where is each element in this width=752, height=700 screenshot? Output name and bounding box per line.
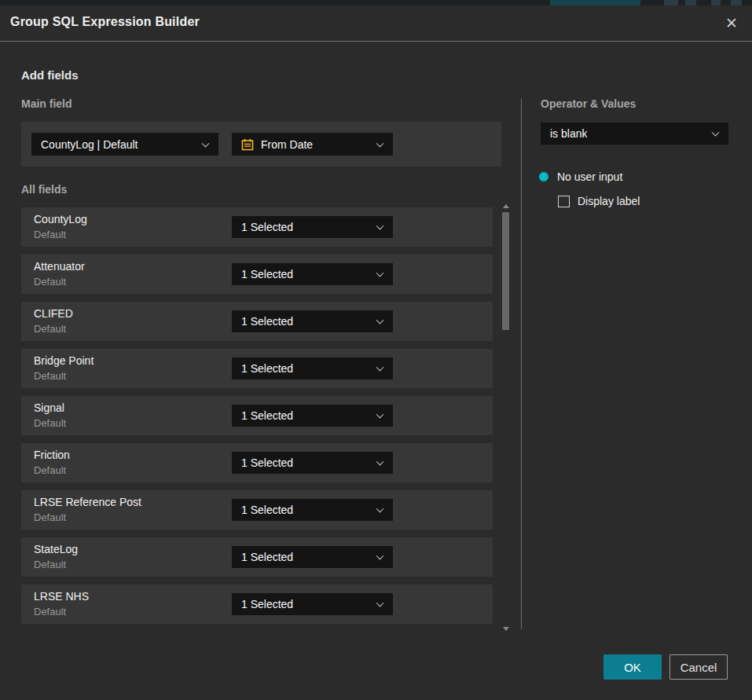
field-selection-value: 1 Selected xyxy=(241,598,293,610)
chevron-down-icon xyxy=(376,222,384,230)
field-name: Signal xyxy=(34,401,64,414)
checkbox-unchecked-icon[interactable] xyxy=(558,196,570,207)
list-scrollbar[interactable] xyxy=(501,203,512,632)
field-row-clifed[interactable]: CLIFED Default 1 Selected xyxy=(21,302,493,341)
all-fields-label: All fields xyxy=(21,183,67,196)
background-fragment xyxy=(664,0,678,5)
field-name: LRSE NHS xyxy=(34,590,89,603)
background-fragment xyxy=(685,0,696,5)
field-selection-value: 1 Selected xyxy=(241,456,293,469)
chevron-down-icon xyxy=(376,139,384,147)
field-sublabel: Default xyxy=(34,229,66,240)
field-selection-value: 1 Selected xyxy=(241,362,293,375)
radio-dot xyxy=(541,174,546,180)
field-selection-dropdown[interactable]: 1 Selected xyxy=(232,310,393,332)
display-label-checkbox-row[interactable]: Display label xyxy=(558,195,640,207)
field-row-signal[interactable]: Signal Default 1 Selected xyxy=(21,396,493,435)
field-selection-dropdown[interactable]: 1 Selected xyxy=(232,216,393,238)
field-row-lrse-reference-post[interactable]: LRSE Reference Post Default 1 Selected xyxy=(21,490,493,530)
group-sql-expression-builder-dialog: Group SQL Expression Builder ✕ Add field… xyxy=(0,0,752,700)
chevron-down-icon xyxy=(712,129,720,137)
main-field-field-select[interactable]: From Date xyxy=(232,133,393,156)
dialog-title: Group SQL Expression Builder xyxy=(10,15,200,29)
field-row-countylog[interactable]: CountyLog Default 1 Selected xyxy=(21,207,493,247)
operator-values-label: Operator & Values xyxy=(541,97,636,110)
close-icon[interactable]: ✕ xyxy=(721,13,742,34)
chevron-down-icon xyxy=(376,411,384,419)
radio-selected-icon xyxy=(539,172,548,181)
chevron-down-icon xyxy=(202,139,210,147)
field-selection-dropdown[interactable]: 1 Selected xyxy=(232,452,393,474)
field-sublabel: Default xyxy=(34,464,66,476)
cancel-button[interactable]: Cancel xyxy=(669,654,728,680)
field-sublabel: Default xyxy=(34,559,66,570)
field-sublabel: Default xyxy=(34,417,66,429)
background-fragment xyxy=(711,0,721,5)
field-row-friction[interactable]: Friction Default 1 Selected xyxy=(21,443,493,482)
field-row-attenuator[interactable]: Attenuator Default 1 Selected xyxy=(21,255,493,294)
chevron-down-icon xyxy=(376,599,384,607)
operator-select[interactable]: is blank xyxy=(541,123,728,145)
background-app-strip xyxy=(0,0,752,5)
field-selection-dropdown[interactable]: 1 Selected xyxy=(232,357,393,379)
display-label-label: Display label xyxy=(578,195,640,207)
scrollbar-thumb[interactable] xyxy=(502,212,509,330)
field-sublabel: Default xyxy=(34,511,66,523)
field-sublabel: Default xyxy=(34,606,66,618)
ok-button[interactable]: OK xyxy=(603,654,662,680)
main-field-panel: CountyLog | Default From Date xyxy=(21,122,501,167)
field-selection-dropdown[interactable]: 1 Selected xyxy=(232,405,393,427)
column-divider xyxy=(521,98,522,629)
field-selection-value: 1 Selected xyxy=(241,268,293,280)
field-name: Friction xyxy=(34,449,70,461)
chevron-down-icon xyxy=(376,505,384,513)
field-selection-value: 1 Selected xyxy=(241,551,293,563)
field-name: CountyLog xyxy=(34,213,87,225)
main-field-layer-select[interactable]: CountyLog | Default xyxy=(31,133,218,156)
field-selection-value: 1 Selected xyxy=(241,315,293,328)
chevron-down-icon xyxy=(376,364,384,372)
background-fragment xyxy=(550,0,640,5)
field-selection-dropdown[interactable]: 1 Selected xyxy=(232,546,393,568)
operator-select-value: is blank xyxy=(550,127,587,140)
main-field-field-select-value: From Date xyxy=(261,138,313,151)
dialog-header: Group SQL Expression Builder ✕ xyxy=(0,5,752,42)
chevron-down-icon xyxy=(376,317,384,324)
field-sublabel: Default xyxy=(34,276,66,288)
field-row-statelog[interactable]: StateLog Default 1 Selected xyxy=(21,537,493,577)
add-fields-heading: Add fields xyxy=(21,68,79,82)
no-user-input-radio[interactable]: No user input xyxy=(539,170,622,183)
field-name: Bridge Point xyxy=(34,354,94,367)
no-user-input-label: No user input xyxy=(557,170,622,183)
field-name: LRSE Reference Post xyxy=(34,496,141,508)
chevron-down-icon xyxy=(376,552,384,560)
chevron-down-icon xyxy=(376,269,384,277)
field-sublabel: Default xyxy=(34,323,66,335)
field-selection-dropdown[interactable]: 1 Selected xyxy=(232,593,393,615)
field-sublabel: Default xyxy=(34,370,66,382)
field-name: Attenuator xyxy=(34,260,85,273)
field-name: CLIFED xyxy=(34,307,73,320)
field-selection-dropdown[interactable]: 1 Selected xyxy=(232,499,393,521)
all-fields-list: CountyLog Default 1 Selected Attenuator … xyxy=(21,207,493,632)
field-selection-dropdown[interactable]: 1 Selected xyxy=(232,263,393,285)
main-field-label: Main field xyxy=(21,97,72,110)
background-fragment xyxy=(731,0,742,5)
field-row-bridge-point[interactable]: Bridge Point Default 1 Selected xyxy=(21,349,493,388)
scrollbar-up-arrow-icon[interactable] xyxy=(503,204,509,208)
calendar-icon xyxy=(241,138,254,151)
scrollbar-down-arrow-icon[interactable] xyxy=(503,627,509,631)
field-selection-value: 1 Selected xyxy=(241,221,293,233)
field-row-lrse-nhs[interactable]: LRSE NHS Default 1 Selected xyxy=(21,585,493,624)
field-name: StateLog xyxy=(34,543,78,555)
field-selection-value: 1 Selected xyxy=(241,409,293,422)
chevron-down-icon xyxy=(376,458,384,466)
field-selection-value: 1 Selected xyxy=(241,504,293,516)
main-field-layer-select-value: CountyLog | Default xyxy=(41,138,138,151)
